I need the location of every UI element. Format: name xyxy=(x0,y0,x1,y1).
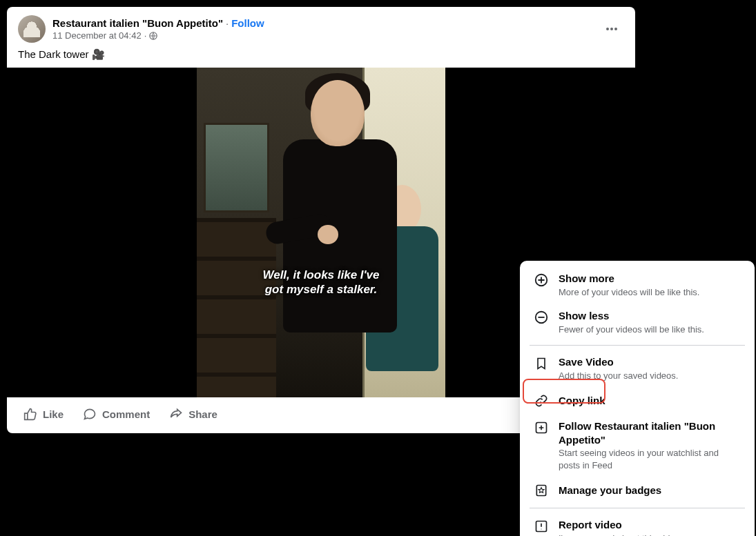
share-label: Share xyxy=(188,408,217,420)
report-icon xyxy=(534,519,549,534)
menu-sub: Fewer of your videos will be like this. xyxy=(559,324,704,336)
post-options-menu: Show more More of your videos will be li… xyxy=(520,261,755,536)
post-meta: 11 December at 04:42 · xyxy=(52,30,599,41)
menu-follow-page[interactable]: Follow Restaurant italien "Buon Appetito… xyxy=(524,414,750,477)
like-label: Like xyxy=(43,408,64,420)
menu-sub: I'm concerned about this video xyxy=(559,533,680,536)
scene-shelf xyxy=(197,218,276,397)
menu-sub: Add this to your saved videos. xyxy=(559,370,678,382)
menu-title: Copy link xyxy=(559,394,605,408)
svg-point-2 xyxy=(610,28,613,30)
video-subtitle: Well, it looks like I've got myself a st… xyxy=(197,268,445,297)
menu-report-video[interactable]: Report video I'm concerned about this vi… xyxy=(524,513,750,536)
badge-icon xyxy=(534,483,549,498)
minus-circle-icon xyxy=(534,310,549,325)
follow-link[interactable]: Follow xyxy=(231,17,264,29)
menu-divider xyxy=(530,345,745,346)
author-avatar[interactable] xyxy=(18,15,46,43)
comment-button[interactable]: Comment xyxy=(75,401,158,426)
menu-title: Save Video xyxy=(559,355,678,369)
post-header: Restaurant italien "Buon Appetito" · Fol… xyxy=(7,7,635,48)
comment-icon xyxy=(83,407,97,421)
scene-poster xyxy=(204,123,269,212)
menu-manage-badges[interactable]: Manage your badges xyxy=(524,477,750,504)
menu-sub: More of your videos will be like this. xyxy=(559,286,699,299)
thumbs-up-icon xyxy=(23,407,37,421)
subtitle-line-2: got myself a stalker. xyxy=(265,283,378,296)
share-icon xyxy=(169,407,183,421)
post-more-button[interactable] xyxy=(599,17,624,41)
menu-title: Show less xyxy=(559,309,704,323)
menu-copy-link[interactable]: Copy link xyxy=(524,387,750,414)
post-timestamp[interactable]: 11 December at 04:42 xyxy=(52,30,142,41)
svg-point-1 xyxy=(606,28,609,30)
subtitle-line-1: Well, it looks like I've xyxy=(262,268,379,281)
menu-title: Report video xyxy=(559,518,680,532)
plus-circle-icon xyxy=(534,272,549,288)
globe-icon[interactable] xyxy=(149,32,157,40)
menu-save-video[interactable]: Save Video Add this to your saved videos… xyxy=(524,350,750,387)
video-frame: Well, it looks like I've got myself a st… xyxy=(197,68,445,397)
menu-sub: Start seeing videos in your watchlist an… xyxy=(559,447,741,471)
like-button[interactable]: Like xyxy=(15,401,72,426)
dot-separator: · xyxy=(144,30,147,41)
menu-divider xyxy=(530,508,745,508)
menu-title: Show more xyxy=(559,272,699,286)
menu-show-more[interactable]: Show more More of your videos will be li… xyxy=(524,266,750,304)
svg-point-3 xyxy=(614,28,617,30)
menu-title: Follow Restaurant italien "Buon Appetito… xyxy=(559,419,741,446)
menu-show-less[interactable]: Show less Fewer of your videos will be l… xyxy=(524,304,750,341)
author-line: Restaurant italien "Buon Appetito" · Fol… xyxy=(52,17,599,29)
post-caption: The Dark tower 🎥 xyxy=(7,48,635,68)
comment-label: Comment xyxy=(102,408,150,420)
bookmark-icon xyxy=(534,356,549,371)
header-text: Restaurant italien "Buon Appetito" · Fol… xyxy=(52,17,599,41)
menu-title: Manage your badges xyxy=(559,484,661,497)
share-button[interactable]: Share xyxy=(161,401,226,426)
dot-separator: · xyxy=(226,17,229,29)
link-icon xyxy=(534,393,549,408)
author-name[interactable]: Restaurant italien "Buon Appetito" xyxy=(52,17,223,29)
plus-square-icon xyxy=(534,420,549,435)
scene-person-main xyxy=(269,80,411,397)
